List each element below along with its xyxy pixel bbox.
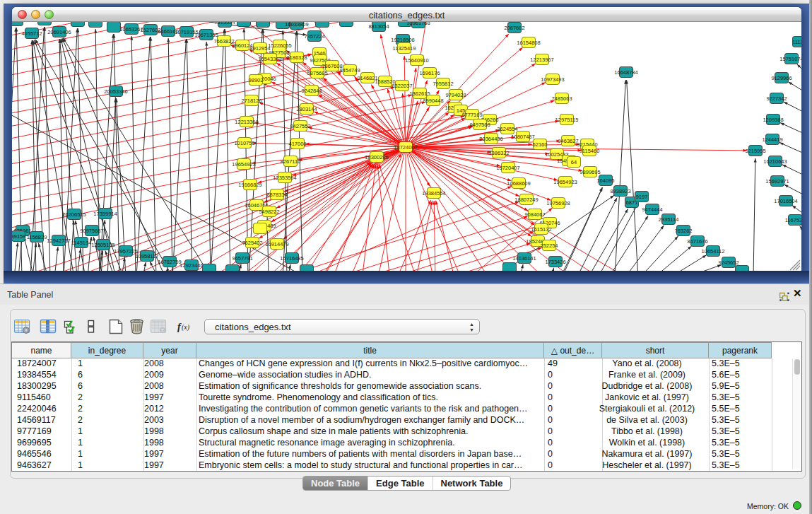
svg-text:1244419: 1244419 — [762, 136, 782, 143]
svg-text:12213967: 12213967 — [530, 57, 553, 63]
svg-text:19218506: 19218506 — [391, 37, 414, 43]
svg-text:19654923: 19654923 — [232, 161, 255, 168]
svg-text:14136141: 14136141 — [512, 255, 536, 262]
svg-text:90975687: 90975687 — [80, 228, 103, 234]
svg-text:8471676: 8471676 — [687, 238, 707, 245]
svg-text:9245652: 9245652 — [718, 259, 739, 266]
svg-text:8938923: 8938923 — [610, 188, 630, 194]
svg-text:1696176: 1696176 — [419, 70, 440, 76]
svg-text:5875685: 5875685 — [307, 70, 327, 76]
svg-text:1167533: 1167533 — [785, 217, 801, 223]
svg-text:9084067: 9084067 — [524, 211, 545, 218]
svg-text:8878334: 8878334 — [266, 192, 287, 198]
svg-text:9463627: 9463627 — [558, 138, 578, 144]
svg-text:7357224: 7357224 — [304, 33, 324, 40]
svg-text:16154808: 16154808 — [517, 40, 540, 46]
svg-text:20206515: 20206515 — [62, 211, 86, 218]
svg-text:3215955: 3215955 — [745, 148, 765, 154]
svg-text:3624554: 3624554 — [497, 126, 517, 132]
svg-text:2935114: 2935114 — [659, 216, 679, 223]
svg-text:1615132: 1615132 — [531, 226, 551, 233]
svg-text:12505135: 12505135 — [91, 242, 114, 248]
svg-text:16210643: 16210643 — [763, 158, 787, 165]
svg-text:20691406: 20691406 — [47, 29, 71, 35]
svg-text:8186328: 8186328 — [286, 54, 307, 61]
svg-text:8267110: 8267110 — [281, 158, 301, 165]
svg-text:9777169: 9777169 — [461, 112, 482, 118]
svg-text:1209388: 1209388 — [763, 117, 783, 123]
svg-text:15751074: 15751074 — [779, 56, 801, 62]
svg-text:9129966: 9129966 — [771, 75, 792, 81]
svg-text:16543362: 16543362 — [258, 56, 281, 62]
svg-text:8322037: 8322037 — [392, 83, 412, 89]
svg-text:11325419: 11325419 — [393, 45, 416, 52]
svg-text:15640910: 15640910 — [405, 57, 428, 64]
svg-text:16782759: 16782759 — [158, 259, 181, 265]
svg-text:8813054: 8813054 — [368, 23, 389, 30]
svg-text:19654923: 19654923 — [553, 179, 577, 185]
svg-text:8990448: 8990448 — [423, 98, 443, 104]
svg-text:7955812: 7955812 — [433, 81, 453, 87]
svg-text:7515524: 7515524 — [214, 22, 235, 25]
svg-text:10961768: 10961768 — [406, 22, 430, 26]
svg-text:10671355: 10671355 — [194, 32, 218, 38]
svg-text:20053346: 20053346 — [104, 88, 127, 95]
svg-text:9899695: 9899695 — [579, 169, 600, 175]
svg-text:4055712: 4055712 — [21, 30, 42, 37]
svg-text:763262: 763262 — [674, 228, 692, 234]
svg-text:7485063: 7485063 — [551, 95, 572, 102]
svg-text:8427552: 8427552 — [290, 123, 310, 129]
svg-text:252254: 252254 — [540, 243, 558, 249]
svg-text:12353594: 12353594 — [273, 175, 296, 181]
svg-text:417006: 417006 — [288, 141, 306, 147]
svg-text:16033809: 16033809 — [285, 22, 308, 28]
svg-text:9474444: 9474444 — [642, 206, 662, 213]
svg-text:10654112: 10654112 — [702, 248, 725, 255]
svg-text:1145194: 1145194 — [71, 240, 92, 246]
svg-text:64: 64 — [571, 159, 577, 165]
svg-text:9794028: 9794028 — [445, 92, 466, 98]
svg-text:19756928: 19756928 — [546, 200, 570, 206]
svg-text:12975115: 12975115 — [555, 117, 579, 123]
svg-text:16914479: 16914479 — [265, 241, 288, 247]
svg-text:15692971: 15692971 — [765, 178, 789, 185]
svg-text:18300295: 18300295 — [365, 154, 388, 160]
svg-text:5498222: 5498222 — [259, 209, 279, 215]
svg-text:12942737: 12942737 — [47, 238, 70, 244]
svg-text:17359914: 17359914 — [93, 211, 117, 217]
svg-text:17957225: 17957225 — [114, 248, 137, 255]
svg-text:1156829: 1156829 — [27, 234, 47, 240]
svg-text:12923446: 12923446 — [180, 262, 203, 269]
svg-text:19384554: 19384554 — [422, 190, 445, 197]
svg-text:19166829: 19166829 — [238, 182, 261, 188]
svg-text:10807487: 10807487 — [511, 134, 534, 140]
svg-text:1733426: 1733426 — [545, 259, 565, 265]
svg-text:10958117: 10958117 — [136, 253, 159, 259]
svg-text:9227342: 9227342 — [766, 95, 787, 102]
svg-text:98902: 98902 — [249, 77, 264, 83]
svg-text:7386322: 7386322 — [488, 150, 509, 156]
svg-text:2087682: 2087682 — [504, 25, 524, 31]
svg-text:8454749: 8454749 — [339, 67, 360, 74]
svg-text:8912954: 8912954 — [249, 45, 270, 52]
svg-text:2718126: 2718126 — [241, 98, 261, 104]
svg-text:18807249: 18807249 — [514, 197, 538, 203]
svg-text:9657791: 9657791 — [232, 255, 252, 262]
svg-text:17016504: 17016504 — [774, 198, 797, 204]
svg-text:9197: 9197 — [636, 194, 648, 200]
svg-text:15720407: 15720407 — [496, 165, 519, 171]
svg-text:11121: 11121 — [792, 39, 801, 45]
svg-text:9115460: 9115460 — [579, 148, 600, 154]
svg-text:18724007: 18724007 — [394, 144, 417, 151]
svg-text:7625402: 7625402 — [242, 240, 262, 246]
svg-text:2803144: 2803144 — [296, 106, 317, 112]
svg-text:10973493: 10973493 — [541, 76, 564, 83]
svg-text:9242848: 9242848 — [301, 88, 322, 94]
svg-text:10688609: 10688609 — [507, 180, 530, 187]
svg-text:7663822: 7663822 — [213, 38, 234, 45]
svg-text:12213369: 12213369 — [235, 119, 258, 125]
svg-text:15716485: 15716485 — [280, 255, 303, 262]
svg-text:164095: 164095 — [596, 177, 614, 184]
svg-text:6497568: 6497568 — [469, 122, 490, 128]
svg-text:62160: 62160 — [533, 141, 548, 148]
